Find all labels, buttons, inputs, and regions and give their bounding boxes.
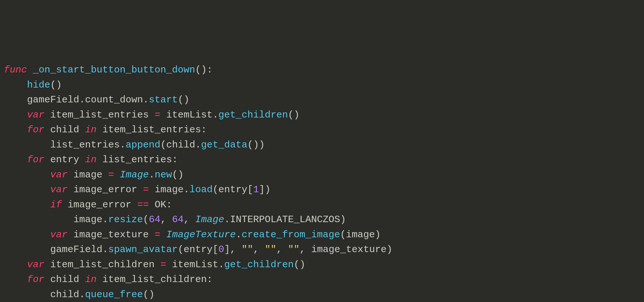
code-line: var item_list_children = itemList.get_ch… xyxy=(4,257,640,272)
code-editor[interactable]: func _on_start_button_button_down(): hid… xyxy=(4,62,640,302)
paren-open: ( xyxy=(143,214,149,225)
dot: . xyxy=(149,169,155,180)
dot: . xyxy=(102,214,108,225)
identifier: entry xyxy=(218,184,247,195)
bracket-open: [ xyxy=(213,244,218,255)
paren-close: ) xyxy=(375,229,381,240)
identifier: child xyxy=(50,124,79,135)
dot: . xyxy=(213,109,218,120)
paren-open: ( xyxy=(213,184,218,195)
number: 64 xyxy=(149,214,160,225)
comma: , xyxy=(230,244,236,255)
identifier: image_error xyxy=(73,184,137,195)
call-create-from-image: create_from_image xyxy=(242,229,340,240)
keyword-for: for xyxy=(27,124,44,135)
dot: . xyxy=(184,184,189,195)
paren-close: ) xyxy=(265,184,270,195)
identifier: gameField xyxy=(27,94,79,105)
call-resize: resize xyxy=(108,214,143,225)
number: 0 xyxy=(218,244,224,255)
dot: . xyxy=(120,139,126,150)
paren-close: ) xyxy=(178,169,184,180)
call-append: append xyxy=(126,139,160,150)
code-line: image.resize(64, 64, Image.INTERPOLATE_L… xyxy=(4,212,640,227)
call-new: new xyxy=(155,169,172,180)
call-get-children: get_children xyxy=(224,259,294,270)
operator-eq: = xyxy=(155,109,160,120)
code-line: func _on_start_button_button_down(): xyxy=(4,62,640,78)
paren-open: ( xyxy=(247,139,253,150)
function-name: _on_start_button_button_down xyxy=(33,64,195,75)
colon: : xyxy=(166,199,172,210)
paren-close: ) xyxy=(149,289,155,300)
identifier: child xyxy=(166,139,195,150)
string-literal: "" xyxy=(242,244,253,255)
identifier: image xyxy=(155,184,184,195)
code-line: gameField.count_down.start() xyxy=(4,92,640,108)
identifier: image xyxy=(73,169,102,180)
identifier: image_texture xyxy=(311,244,386,255)
constant-ok: OK xyxy=(155,199,166,210)
paren-close: ) xyxy=(184,94,189,105)
identifier: list_entries xyxy=(50,139,120,150)
paren-close: ) xyxy=(201,64,207,75)
paren-close: ) xyxy=(294,109,299,120)
dot: . xyxy=(102,244,108,255)
call-spawn-avatar: spawn_avatar xyxy=(108,244,178,255)
paren-close: ) xyxy=(56,80,62,90)
keyword-func: func xyxy=(4,64,27,75)
paren-open: ( xyxy=(294,259,299,270)
code-line: var image = Image.new() xyxy=(4,167,640,183)
colon: : xyxy=(172,154,178,165)
keyword-in: in xyxy=(85,124,97,135)
comma: , xyxy=(299,244,305,255)
identifier: count_down xyxy=(85,94,143,105)
keyword-for: for xyxy=(27,154,44,165)
identifier: itemList xyxy=(172,259,218,270)
keyword-var: var xyxy=(27,259,44,270)
constant-interpolate: INTERPOLATE_LANCZOS xyxy=(230,214,340,225)
identifier: entry xyxy=(184,244,213,255)
call-get-children: get_children xyxy=(218,109,288,120)
identifier: image xyxy=(73,214,102,225)
keyword-in: in xyxy=(85,274,97,285)
code-line: child.queue_free() xyxy=(4,287,640,302)
keyword-in: in xyxy=(85,154,97,165)
paren-open: ( xyxy=(178,244,184,255)
comma: , xyxy=(276,244,282,255)
code-line: for child in item_list_entries: xyxy=(4,122,640,137)
code-line: gameField.spawn_avatar(entry[0], "", "",… xyxy=(4,242,640,257)
dot: . xyxy=(143,94,149,105)
dot: . xyxy=(218,259,224,270)
keyword-var: var xyxy=(50,229,68,240)
identifier: image_texture xyxy=(73,229,149,240)
colon: : xyxy=(201,124,207,135)
keyword-var: var xyxy=(50,169,68,180)
dot: . xyxy=(236,229,242,240)
code-line: list_entries.append(child.get_data()) xyxy=(4,137,640,153)
keyword-for: for xyxy=(27,274,44,285)
dot: . xyxy=(79,94,85,105)
identifier: list_entries xyxy=(102,154,172,165)
paren-open: ( xyxy=(160,139,166,150)
paren-open: ( xyxy=(143,289,149,300)
call-load: load xyxy=(189,184,213,195)
code-line: if image_error == OK: xyxy=(4,197,640,212)
paren-close: ) xyxy=(253,139,259,150)
code-line: var image_texture = ImageTexture.create_… xyxy=(4,227,640,242)
call-start: start xyxy=(149,94,178,105)
dot: . xyxy=(195,139,201,150)
comma: , xyxy=(253,244,259,255)
code-line: for child in item_list_children: xyxy=(4,272,640,287)
paren-close: ) xyxy=(299,259,305,270)
keyword-var: var xyxy=(27,109,44,120)
operator-eq: = xyxy=(160,259,166,270)
operator-eqeq: == xyxy=(137,199,149,210)
code-line: var item_list_entries = itemList.get_chi… xyxy=(4,108,640,123)
paren-open: ( xyxy=(288,109,294,120)
type-image-texture: ImageTexture xyxy=(166,229,236,240)
paren-open: ( xyxy=(195,64,201,75)
code-line: hide() xyxy=(4,78,640,93)
keyword-var: var xyxy=(50,184,68,195)
paren-open: ( xyxy=(50,80,56,90)
